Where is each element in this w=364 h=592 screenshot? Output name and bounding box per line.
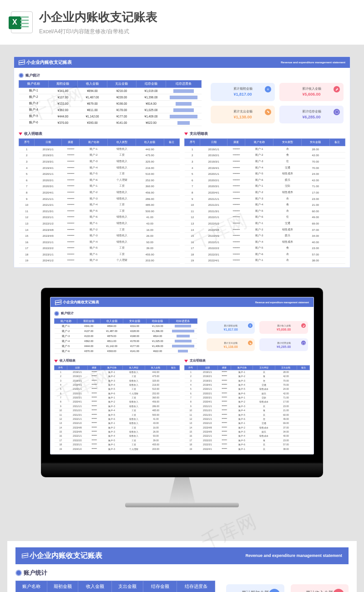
bullet-icon: [54, 311, 59, 316]
col-header: 账户名称: [101, 366, 122, 370]
col-header: 期初金额: [77, 319, 100, 324]
col-header: 支出类型: [253, 366, 275, 370]
col-header: 账户名称: [231, 366, 253, 370]
table-row: 72020/3/1********账户-1交际71.00: [185, 395, 310, 399]
table-row: 52020/1/1********账户-5工资510.00: [55, 387, 180, 391]
table-row: 42019/4/1********账户-4销售收入216.00: [19, 164, 180, 171]
account-summary-table: 账户名称期初金额收入金额支出金额结存金额结存进度条账户-1¥341.00¥894…: [54, 318, 197, 354]
section-account-stats: 账户统计: [54, 311, 310, 316]
col-header: 收入类型: [123, 366, 145, 370]
table-row: 72020/3/1********账户-1交际71.00: [185, 183, 345, 189]
summary-card: ⬊累计支出金额¥1,138.00: [207, 338, 255, 351]
col-header: 支出类型: [273, 139, 302, 146]
card-icon: ≡: [265, 86, 271, 92]
col-header: 收入金额: [78, 581, 112, 592]
sheet-titlebar: 小企业内账收支记账表 Revenue and expenditure manag…: [15, 547, 349, 564]
section-header: 支出明细表: [184, 131, 345, 136]
table-row: 82020/4/1********账户-2销售成本17.00: [185, 400, 310, 404]
progress-bar: [178, 350, 188, 352]
table-row: 152023/4/9********账户-3销售收入26.00: [19, 233, 180, 239]
card-icon: ⬈: [301, 323, 306, 328]
table-row: 12019/1/1********账户-1衣28.00: [185, 370, 310, 374]
col-header: 收入金额: [78, 81, 107, 88]
table-row: 22019/2/1********账户-2工资475.00: [55, 374, 180, 378]
table-row: 92021/1/1********账户-3衣23.00: [185, 195, 345, 202]
col-header: 日期: [67, 366, 87, 370]
table-row: 账户-2¥137.00¥1,487.00¥228.00¥1,396.00: [55, 329, 197, 334]
card-label: 累计结存金额: [302, 110, 321, 114]
card-icon: ⬊: [248, 341, 253, 345]
table-row: 账户-5¥444.00¥1,142.00¥177.00¥1,409.00: [19, 113, 202, 120]
table-row: 152023/4/9********账户-3销售收入26.00: [55, 429, 180, 434]
summary-card: ◯累计结存金额¥6,285.00: [279, 106, 344, 124]
section-account-stats: 账户统计: [19, 73, 345, 78]
excel-file-icon: [11, 11, 33, 33]
table-row: 132022/1/2********账户-1销售收入43.00: [19, 220, 180, 227]
card-label: 累计结存金额: [277, 342, 291, 344]
table-row: 132022/1/2********账户-1销售收入43.00: [55, 421, 180, 425]
table-row: 账户-5¥444.00¥1,142.00¥177.00¥1,409.00: [55, 344, 197, 349]
table-row: 112021/3/1********账户-5工资500.00: [55, 413, 180, 417]
table-row: 162022/1/1********账户-4销售收入93.00: [55, 434, 180, 438]
summary-card: ⬊累计支出金额¥1,138.00: [211, 106, 275, 124]
progress-bar: [173, 108, 194, 112]
col-header: 备注: [329, 139, 345, 146]
section-header: 收入明细表: [54, 359, 180, 363]
spreadsheet-preview: 小企业内账收支记账表Revenue and expenditure manage…: [14, 56, 350, 268]
card-value: ¥5,606.00: [277, 328, 291, 331]
spreadsheet-zoom: 小企业内账收支记账表 Revenue and expenditure manag…: [7, 541, 357, 592]
summary-cards: ≡累计期初金额¥1,817.00⬈累计收入金额¥5,606.00⬊累计支出金额¥…: [209, 80, 345, 126]
table-row: 账户-6¥370.00¥393.00¥141.00¥622.00: [55, 349, 197, 354]
table-row: 192024/1/2********账户-3个人理财203.00: [55, 447, 180, 451]
table-row: 42019/4/1********账户-4销售收入216.00: [55, 383, 180, 387]
progress-bar: [170, 96, 197, 99]
table-row: 182023/1/1********账户-1工资455.00: [55, 443, 180, 447]
table-row: 12019/1/1********账户-1衣28.00: [185, 146, 345, 153]
card-value: ¥6,285.00: [302, 115, 320, 119]
col-header: 序号: [185, 139, 200, 146]
table-row: 92021/1/1********账户-3销售收入286.00: [19, 195, 180, 202]
progress-bar: [172, 330, 194, 332]
table-row: 122022/1/1********账户-6销售收入41.00: [55, 417, 180, 421]
table-row: 82020/4/1********账户-2销售收入456.00: [19, 189, 180, 196]
table-row: 192022/4/1********账户-1衣38.00: [185, 447, 310, 451]
col-header: 支出金额: [301, 139, 329, 146]
col-header: 结存金额: [143, 581, 177, 592]
table-row: 162022/1/1********账户-4销售成本40.00: [185, 239, 345, 245]
expense-detail-table: 支出明细表序号日期摘要账户名称支出类型支出金额备注12019/1/1******…: [184, 130, 345, 264]
account-table-zoom: 账户名称期初金额收入金额支出金额结存金额结存进度条账户-1¥341.00¥894…: [15, 581, 215, 592]
summary-card: ⬈累计收入金额¥5,606.00: [279, 83, 344, 101]
page-title: 小企业内账收支记账表: [39, 9, 157, 25]
col-header: 摘要: [61, 139, 79, 146]
card-icon: ◯: [301, 341, 306, 345]
col-header: 账户名称: [80, 139, 108, 146]
table-row: 账户-6¥370.00¥393.00¥141.00¥622.00: [19, 120, 202, 126]
col-header: 序号: [55, 366, 67, 370]
table-row: 账户-1¥341.00¥894.00¥216.00¥1,019.00: [19, 88, 202, 94]
table-row: 152023/4/9********账户-3娱乐34.00: [185, 233, 345, 239]
card-label: 累计期初金额: [224, 324, 238, 327]
table-row: 172022/2/2********账户-5食23.00: [185, 438, 310, 442]
progress-bar: [177, 121, 190, 125]
card-icon: ⬊: [265, 109, 271, 115]
summary-card: ⬈累计收入金额¥5,606.00: [259, 321, 308, 334]
sheet-titlebar: 小企业内账收支记账表Revenue and expenditure manage…: [14, 57, 350, 68]
table-row: 32019/3/1********账户-3住70.00: [185, 158, 345, 165]
expense-detail-table: 支出明细表序号日期摘要账户名称支出类型支出金额备注12019/1/1******…: [184, 357, 310, 451]
table-row: 52020/1/1********账户-5销售成本24.00: [185, 171, 345, 177]
table-row: 32019/3/1********账户-3住70.00: [185, 378, 310, 383]
col-header: 结存进度条: [166, 81, 201, 88]
col-header: 结存金额: [136, 81, 166, 88]
sheet-title: 小企业内账收支记账表: [63, 300, 99, 305]
col-header: 备注: [297, 366, 310, 370]
col-header: 日期: [200, 139, 228, 146]
col-header: 备注: [167, 366, 180, 370]
table-row: 72020/3/1********账户-1工资360.00: [55, 395, 180, 399]
card-value: ¥6,285.00: [277, 345, 291, 348]
table-row: 142023/4/8********账户-2工资16.00: [55, 425, 180, 429]
progress-bar: [175, 340, 191, 342]
card-value: ¥1,138.00: [223, 345, 238, 348]
table-row: 192022/4/1********账户-1衣38.00: [185, 257, 345, 264]
table-row: 122022/1/1********账户-6销售收入41.00: [19, 214, 180, 220]
col-header: 日期: [35, 139, 62, 146]
